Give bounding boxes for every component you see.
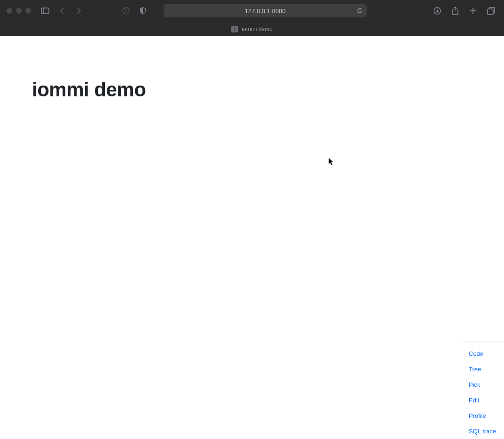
tab-title[interactable]: iommi demo bbox=[242, 26, 272, 32]
share-icon[interactable] bbox=[449, 4, 462, 17]
debug-link-tree[interactable]: Tree bbox=[469, 361, 496, 377]
browser-chrome: 127.0.0.1:8000 bbox=[0, 0, 504, 36]
close-window-button[interactable] bbox=[7, 8, 12, 14]
page-content: iommi demo bbox=[0, 36, 504, 439]
maximize-window-button[interactable] bbox=[25, 8, 31, 14]
debug-link-code[interactable]: Code bbox=[469, 346, 496, 361]
downloads-icon[interactable] bbox=[431, 4, 444, 17]
address-bar[interactable]: 127.0.0.1:8000 bbox=[164, 4, 367, 17]
privacy-shield-icon[interactable] bbox=[136, 4, 150, 17]
tab-badge: 1 bbox=[231, 26, 238, 32]
site-info-icon[interactable] bbox=[119, 4, 133, 17]
svg-rect-10 bbox=[488, 9, 493, 15]
debug-link-profile[interactable]: Profile bbox=[469, 408, 496, 423]
window-controls bbox=[7, 8, 31, 14]
sidebar-toggle-icon[interactable] bbox=[39, 4, 52, 17]
debug-link-pick[interactable]: Pick bbox=[469, 377, 496, 392]
new-tab-icon[interactable] bbox=[466, 4, 480, 17]
debug-toolbar: Code Tree Pick Edit Profile SQL trace bbox=[461, 342, 504, 439]
reload-button[interactable] bbox=[357, 8, 363, 14]
debug-link-sql-trace[interactable]: SQL trace bbox=[469, 423, 496, 439]
browser-toolbar: 127.0.0.1:8000 bbox=[0, 0, 504, 22]
debug-link-edit[interactable]: Edit bbox=[469, 392, 496, 408]
back-button[interactable] bbox=[55, 4, 69, 17]
tab-overview-icon[interactable] bbox=[484, 4, 497, 17]
svg-point-4 bbox=[126, 9, 126, 9]
forward-button[interactable] bbox=[72, 4, 86, 17]
tab-bar: 1 iommi demo bbox=[0, 22, 504, 36]
page-title: iommi demo bbox=[32, 78, 472, 101]
svg-rect-0 bbox=[41, 8, 49, 14]
mouse-cursor-icon bbox=[328, 157, 335, 166]
minimize-window-button[interactable] bbox=[16, 8, 22, 14]
address-text: 127.0.0.1:8000 bbox=[245, 8, 286, 15]
